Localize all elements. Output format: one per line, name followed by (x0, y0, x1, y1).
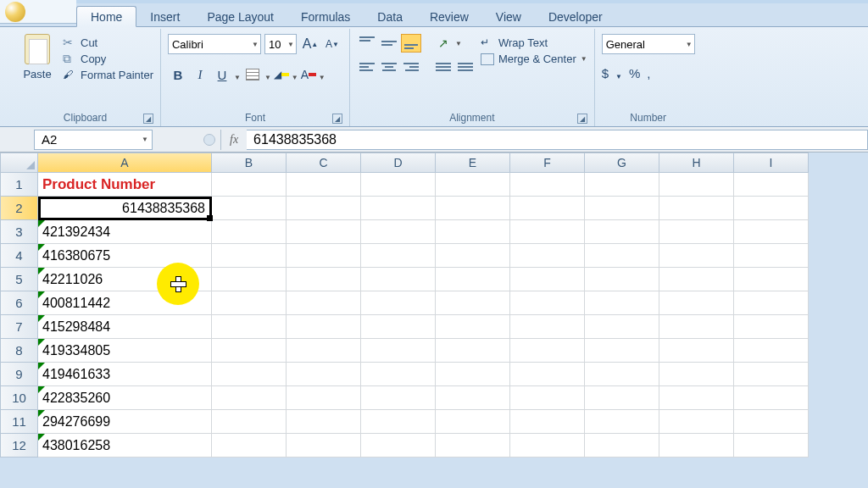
column-header[interactable]: B (212, 152, 287, 173)
cell[interactable] (585, 434, 659, 458)
cell[interactable] (287, 197, 361, 220)
cell[interactable] (510, 434, 585, 458)
row-header[interactable]: 2 (0, 197, 38, 220)
cell[interactable] (436, 363, 510, 386)
chevron-down-icon[interactable]: ▼ (319, 74, 326, 85)
currency-button[interactable]: $ (602, 66, 609, 80)
cell[interactable] (436, 410, 510, 434)
align-top-button[interactable] (357, 34, 377, 53)
cell[interactable] (361, 268, 436, 291)
number-format-combo[interactable]: General▼ (602, 34, 695, 54)
wrap-text-button[interactable]: Wrap Text (481, 36, 587, 49)
cell[interactable] (212, 220, 287, 244)
cell[interactable] (212, 410, 287, 434)
cell[interactable] (659, 434, 734, 458)
cell[interactable] (361, 220, 436, 244)
cell[interactable] (659, 220, 734, 244)
cell[interactable] (734, 173, 809, 197)
tab-insert[interactable]: Insert (136, 7, 193, 26)
copy-button[interactable]: Copy (63, 52, 153, 65)
bold-button[interactable]: B (168, 64, 188, 85)
font-name-combo[interactable]: Calibri▼ (168, 34, 261, 54)
formula-input[interactable]: 61438835368 (247, 130, 868, 150)
tab-view[interactable]: View (482, 7, 535, 26)
cell[interactable] (659, 244, 734, 268)
cell[interactable] (510, 220, 585, 244)
cell[interactable] (361, 410, 436, 434)
tab-page-layout[interactable]: Page Layout (193, 7, 287, 26)
cell[interactable] (436, 434, 510, 458)
cell[interactable] (510, 244, 585, 268)
fx-icon[interactable]: fx (221, 133, 247, 147)
row-header[interactable]: 8 (0, 339, 38, 363)
row-header[interactable]: 5 (0, 268, 38, 291)
cell[interactable]: 438016258 (38, 434, 212, 458)
chevron-down-icon[interactable]: ▼ (292, 74, 298, 85)
dialog-launcher-icon[interactable]: ◢ (577, 114, 587, 124)
row-header[interactable]: 10 (0, 386, 38, 410)
cell[interactable] (659, 291, 734, 315)
select-all-button[interactable] (0, 152, 38, 173)
cell[interactable] (659, 268, 734, 291)
cell[interactable] (361, 363, 436, 386)
font-color-button[interactable]: A (300, 64, 317, 85)
cell[interactable] (659, 363, 734, 386)
dialog-launcher-icon[interactable]: ◢ (332, 114, 342, 124)
cell[interactable] (361, 173, 436, 197)
cell[interactable] (287, 363, 361, 386)
align-center-button[interactable] (379, 58, 399, 76)
italic-button[interactable]: I (190, 64, 210, 85)
column-header[interactable]: I (734, 152, 809, 173)
cell[interactable] (436, 291, 510, 315)
column-header[interactable]: A (38, 152, 212, 173)
tab-developer[interactable]: Developer (535, 7, 616, 26)
cell[interactable] (510, 197, 585, 220)
cell[interactable] (436, 315, 510, 339)
office-button[interactable] (5, 2, 25, 22)
cell[interactable] (585, 173, 659, 197)
tab-review[interactable]: Review (416, 7, 482, 26)
cell[interactable] (436, 173, 510, 197)
percent-button[interactable]: % (629, 66, 640, 80)
cell[interactable] (361, 291, 436, 315)
cell[interactable] (287, 315, 361, 339)
cell[interactable] (212, 339, 287, 363)
cell[interactable]: 422835260 (38, 386, 212, 410)
cell[interactable] (436, 268, 510, 291)
cell[interactable] (659, 386, 734, 410)
tab-home[interactable]: Home (76, 6, 136, 27)
cell[interactable] (734, 363, 809, 386)
cut-button[interactable]: Cut (63, 36, 153, 49)
cell[interactable] (287, 291, 361, 315)
cell[interactable] (212, 197, 287, 220)
column-header[interactable]: F (510, 152, 585, 173)
cell[interactable] (510, 363, 585, 386)
cell[interactable] (734, 315, 809, 339)
cell[interactable] (361, 197, 436, 220)
paste-button[interactable]: Paste (17, 34, 58, 110)
row-header[interactable]: 12 (0, 434, 38, 458)
row-header[interactable]: 11 (0, 410, 38, 434)
font-size-combo[interactable]: 10▼ (264, 34, 297, 54)
name-box[interactable]: A2▼ (34, 130, 153, 150)
cancel-icon[interactable] (203, 134, 215, 146)
cell[interactable] (212, 173, 287, 197)
chevron-down-icon[interactable]: ▼ (264, 74, 271, 85)
cell[interactable] (212, 315, 287, 339)
cell[interactable] (287, 173, 361, 197)
cell[interactable] (585, 220, 659, 244)
cell[interactable] (734, 339, 809, 363)
column-header[interactable]: H (659, 152, 734, 173)
cell[interactable] (510, 173, 585, 197)
chevron-down-icon[interactable]: ▼ (234, 74, 241, 85)
cell[interactable] (436, 386, 510, 410)
cell[interactable] (585, 197, 659, 220)
increase-indent-button[interactable] (455, 58, 476, 76)
underline-button[interactable]: U (212, 64, 232, 85)
cell[interactable] (659, 315, 734, 339)
cell[interactable] (436, 220, 510, 244)
cell[interactable] (734, 220, 809, 244)
cell[interactable] (510, 339, 585, 363)
column-header[interactable]: G (585, 152, 659, 173)
cell[interactable] (734, 291, 809, 315)
